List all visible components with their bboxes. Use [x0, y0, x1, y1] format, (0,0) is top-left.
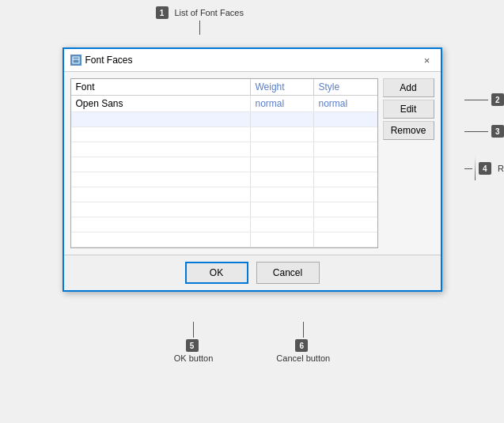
- add-button[interactable]: Add: [383, 78, 434, 97]
- annotation-badge-3: 3: [491, 125, 504, 138]
- annotation-ok-label: OK button: [174, 353, 214, 363]
- remove-button[interactable]: Remove: [383, 121, 434, 140]
- annotation-cancel-label: Cancel button: [276, 353, 330, 363]
- table-row[interactable]: Open Sans normal normal: [71, 96, 377, 112]
- dialog-title: Font Faces: [85, 55, 133, 66]
- cell-weight: normal: [251, 96, 314, 111]
- font-faces-table: Font Weight Style Open Sans normal norma…: [70, 78, 378, 248]
- annotation-badge-1: 1: [156, 6, 169, 19]
- col-header-font: Font: [71, 79, 251, 95]
- annotation-badge-6: 6: [295, 339, 308, 352]
- font-faces-dialog: Font Faces × Font Weight Style Open Sans…: [63, 47, 442, 292]
- table-header: Font Weight Style: [71, 79, 377, 96]
- dialog-footer: OK Cancel: [64, 255, 441, 290]
- cell-style: normal: [314, 96, 377, 111]
- annotation-top-label: List of Font Faces: [175, 8, 244, 17]
- dialog-title-area: Font Faces: [70, 55, 133, 66]
- dialog-body: Font Weight Style Open Sans normal norma…: [64, 72, 441, 255]
- col-header-style: Style: [314, 79, 377, 95]
- annotation-remove-label: Remove button: [498, 164, 504, 173]
- edit-button[interactable]: Edit: [383, 100, 434, 119]
- ok-button[interactable]: OK: [185, 262, 248, 284]
- dialog-icon: [70, 55, 81, 66]
- dialog-titlebar: Font Faces ×: [64, 49, 441, 72]
- col-header-weight: Weight: [251, 79, 314, 95]
- annotation-badge-2: 2: [491, 93, 504, 106]
- annotation-badge-5: 5: [186, 339, 199, 352]
- cancel-button[interactable]: Cancel: [256, 262, 320, 284]
- action-buttons-panel: Add Edit Remove: [383, 78, 434, 248]
- svg-rect-0: [73, 57, 79, 63]
- annotation-badge-4: 4: [479, 162, 491, 175]
- cell-font-name: Open Sans: [71, 96, 251, 111]
- empty-rows: [71, 112, 377, 247]
- close-button[interactable]: ×: [420, 53, 434, 67]
